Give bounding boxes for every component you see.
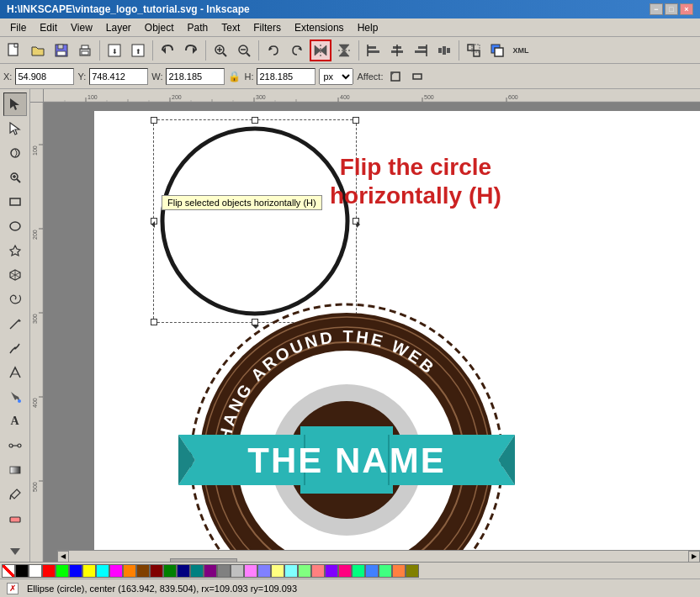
rotate-cw-button[interactable] — [286, 40, 308, 61]
eyedropper-tool[interactable] — [3, 483, 27, 506]
redo-button[interactable] — [180, 40, 202, 61]
h-input[interactable] — [257, 68, 316, 85]
menu-file[interactable]: File — [3, 20, 33, 35]
paint-bucket-tool[interactable] — [3, 385, 27, 409]
vintage-logo-svg: HANG AROUND THE WEB SINCE 2016 — [170, 296, 523, 562]
undo-button[interactable] — [156, 40, 178, 61]
close-button[interactable]: × — [680, 3, 693, 15]
color-white[interactable] — [29, 564, 42, 578]
color-gold[interactable] — [392, 564, 406, 578]
menu-object[interactable]: Object — [138, 20, 181, 35]
canvas-area[interactable]: 100 200 300 400 500 600 — [30, 89, 700, 562]
color-black[interactable] — [15, 564, 29, 578]
menu-path[interactable]: Path — [181, 20, 215, 35]
color-green[interactable] — [56, 564, 69, 578]
flip-v-button[interactable] — [333, 40, 355, 61]
color-hotpink[interactable] — [338, 564, 352, 578]
color-olive[interactable] — [406, 564, 419, 578]
menu-layer[interactable]: Layer — [99, 20, 138, 35]
connector-tool[interactable] — [3, 434, 27, 457]
save-button[interactable] — [50, 40, 72, 61]
circle-tool[interactable] — [3, 214, 27, 238]
color-lightgray[interactable] — [231, 564, 244, 578]
color-lime[interactable] — [352, 564, 365, 578]
zoom-tool[interactable] — [3, 166, 27, 189]
hscroll-right-arrow[interactable]: ▶ — [688, 551, 700, 563]
menu-extensions[interactable]: Extensions — [288, 20, 351, 35]
print-button[interactable] — [74, 40, 96, 61]
star-tool[interactable] — [3, 239, 27, 262]
color-darkblue[interactable] — [177, 564, 190, 578]
open-button[interactable] — [27, 40, 49, 61]
3dbox-tool[interactable] — [3, 263, 27, 287]
align-left-button[interactable] — [363, 40, 384, 61]
color-magenta[interactable] — [109, 564, 123, 578]
tweak-tool[interactable] — [3, 141, 27, 165]
pen-tool[interactable] — [3, 336, 27, 360]
node-tool[interactable] — [3, 117, 27, 140]
xml-editor-button[interactable]: XML — [510, 40, 532, 61]
title-text: H:\INKSCAPE\vintage_logo_tutorial.svg - … — [7, 3, 250, 15]
fill-stroke-button[interactable] — [486, 40, 508, 61]
calligraphy-tool[interactable] — [3, 361, 27, 384]
menu-help[interactable]: Help — [351, 20, 385, 35]
color-darkred[interactable] — [150, 564, 163, 578]
align-center-button[interactable] — [386, 40, 408, 61]
align-right-button[interactable] — [410, 40, 432, 61]
color-lightyellow[interactable] — [271, 564, 284, 578]
text-tool[interactable]: A — [3, 409, 27, 433]
import-button[interactable]: ⬇ — [103, 40, 125, 61]
expand-tools[interactable] — [8, 547, 22, 558]
color-blue[interactable] — [69, 564, 82, 578]
color-orange[interactable] — [123, 564, 136, 578]
color-purple[interactable] — [204, 564, 217, 578]
canvas-viewport[interactable]: HANG AROUND THE WEB SINCE 2016 — [44, 103, 700, 562]
select-tool[interactable] — [3, 92, 27, 116]
menu-text[interactable]: Text — [215, 20, 247, 35]
color-yellow[interactable] — [82, 564, 96, 578]
color-brown[interactable] — [136, 564, 150, 578]
affect-size-button[interactable] — [408, 67, 427, 86]
affect-transform-button[interactable] — [386, 67, 405, 86]
color-red[interactable] — [42, 564, 56, 578]
minimize-button[interactable]: − — [650, 3, 663, 15]
color-cyan[interactable] — [96, 564, 109, 578]
color-sky[interactable] — [365, 564, 379, 578]
color-lightblue[interactable] — [257, 564, 271, 578]
spiral-tool[interactable] — [3, 288, 27, 311]
hscroll-left-arrow[interactable]: ◀ — [57, 551, 69, 563]
group-button[interactable] — [463, 40, 485, 61]
flip-h-button[interactable] — [310, 40, 331, 61]
horizontal-scrollbar[interactable]: ◀ ▶ — [57, 550, 700, 562]
no-color-swatch[interactable] — [2, 564, 15, 578]
zoom-page-button[interactable] — [233, 40, 255, 61]
pencil-tool[interactable] — [3, 312, 27, 335]
gradient-tool[interactable] — [3, 458, 27, 482]
x-input[interactable] — [15, 68, 74, 85]
rect-tool[interactable] — [3, 190, 27, 214]
export-button[interactable]: ⬆ — [127, 40, 149, 61]
color-pink[interactable] — [244, 564, 257, 578]
color-darkgreen[interactable] — [163, 564, 177, 578]
maximize-button[interactable]: □ — [665, 3, 678, 15]
unit-select[interactable]: px mm cm in pt — [319, 68, 353, 85]
rotate-ccw-button[interactable] — [262, 40, 284, 61]
menu-filters[interactable]: Filters — [247, 20, 288, 35]
y-input[interactable] — [89, 68, 148, 85]
color-lightgreen[interactable] — [298, 564, 311, 578]
color-teal[interactable] — [190, 564, 204, 578]
color-salmon[interactable] — [311, 564, 325, 578]
new-button[interactable] — [3, 40, 25, 61]
menu-view[interactable]: View — [64, 20, 99, 35]
color-gray[interactable] — [217, 564, 231, 578]
w-input[interactable] — [166, 68, 225, 85]
eraser-tool[interactable] — [3, 507, 27, 531]
color-mint[interactable] — [379, 564, 392, 578]
color-violet[interactable] — [325, 564, 338, 578]
hscroll-thumb[interactable] — [170, 558, 237, 563]
zoom-draw-button[interactable] — [209, 40, 231, 61]
menu-edit[interactable]: Edit — [33, 20, 64, 35]
distribute-button[interactable] — [433, 40, 455, 61]
lock-ratio-icon[interactable]: 🔒 — [228, 71, 241, 82]
color-lightcyan[interactable] — [284, 564, 298, 578]
